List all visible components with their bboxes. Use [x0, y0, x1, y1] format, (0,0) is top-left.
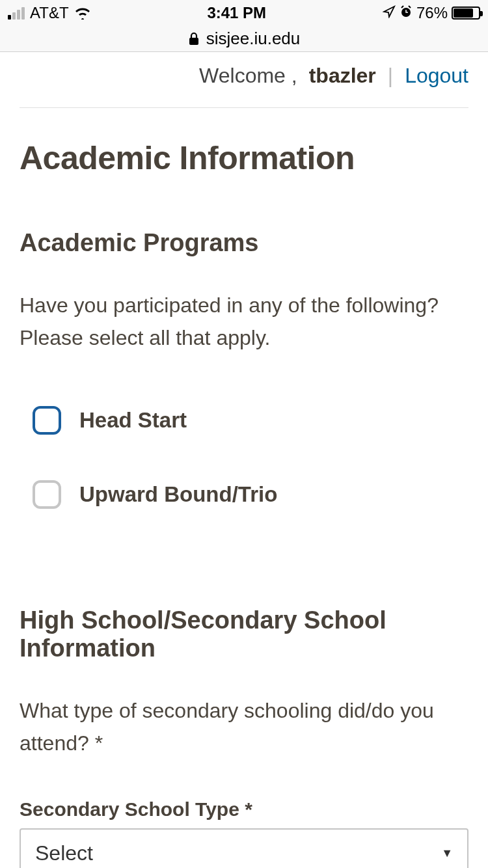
checkbox-upward-bound[interactable] [33, 480, 61, 509]
browser-url-bar[interactable]: sisjee.iu.edu [0, 26, 488, 52]
chevron-down-icon: ▼ [441, 847, 453, 860]
checkbox-label: Upward Bound/Trio [79, 482, 277, 507]
programs-question: Have you participated in any of the foll… [20, 290, 468, 354]
welcome-text: Welcome , [199, 64, 297, 88]
checkbox-head-start[interactable] [33, 406, 61, 435]
secondary-school-type-select[interactable]: Select ▼ [20, 828, 468, 868]
location-icon [383, 4, 396, 22]
url-text: sisjee.iu.edu [206, 29, 301, 49]
status-bar: AT&T 3:41 PM 76% [0, 0, 488, 26]
username: tbazler [309, 64, 376, 88]
checkbox-label: Head Start [79, 408, 187, 433]
welcome-row: Welcome , tbazler | Logout [20, 52, 468, 108]
section-highschool-heading: High School/Secondary School Information [20, 606, 468, 662]
battery-icon [452, 7, 480, 20]
section-programs-heading: Academic Programs [20, 229, 468, 257]
checkbox-row-head-start[interactable]: Head Start [20, 400, 468, 441]
signal-icon [8, 7, 25, 20]
checkbox-row-upward-bound[interactable]: Upward Bound/Trio [20, 474, 468, 515]
page-content: Welcome , tbazler | Logout Academic Info… [0, 52, 488, 868]
battery-pct: 76% [416, 4, 448, 22]
svg-rect-1 [189, 38, 198, 45]
lock-icon [188, 32, 200, 46]
status-right: 76% [383, 4, 480, 22]
status-time: 3:41 PM [207, 4, 266, 22]
carrier-label: AT&T [30, 4, 69, 22]
logout-link[interactable]: Logout [405, 64, 468, 88]
status-left: AT&T [8, 4, 91, 22]
secondary-school-type-label: Secondary School Type * [20, 798, 468, 821]
divider: | [388, 64, 393, 88]
page-title: Academic Information [20, 139, 468, 177]
alarm-icon [400, 4, 413, 22]
select-value: Select [35, 841, 93, 865]
highschool-question: What type of secondary schooling did/do … [20, 695, 468, 759]
wifi-icon [74, 7, 91, 20]
